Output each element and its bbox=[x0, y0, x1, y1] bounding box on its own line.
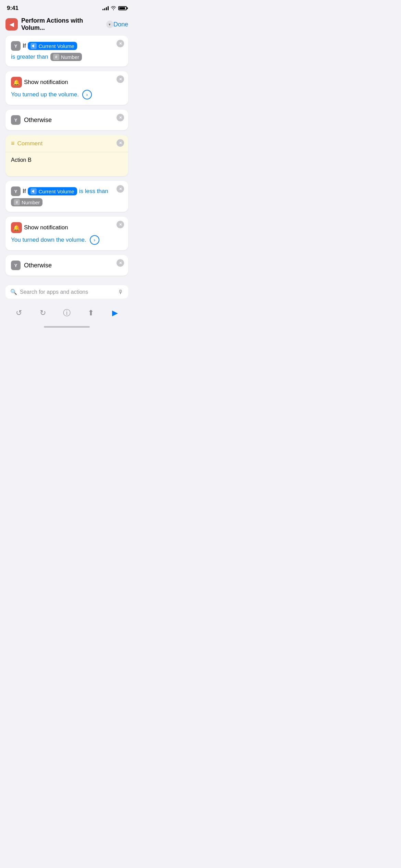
current-volume-label-1: Current Volume bbox=[38, 43, 74, 49]
close-button-notif-2[interactable]: ✕ bbox=[117, 221, 124, 228]
battery-icon bbox=[118, 6, 127, 10]
if-card-2-content: Y If Current Volume is less than # Numbe… bbox=[11, 186, 123, 206]
hash-icon-2: # bbox=[14, 199, 20, 205]
comment-label: Comment bbox=[17, 140, 43, 147]
number-token-2[interactable]: # Number bbox=[11, 198, 42, 206]
number-label-1: Number bbox=[61, 54, 79, 60]
undo-button[interactable]: ↺ bbox=[11, 305, 26, 321]
undo-icon: ↺ bbox=[16, 309, 22, 317]
otherwise-label-2: Otherwise bbox=[24, 262, 52, 269]
notification-value-1[interactable]: You turned up the volume. bbox=[11, 91, 79, 98]
page-title: Perform Actions with Volum... bbox=[21, 17, 104, 32]
close-button-otherwise-2[interactable]: ✕ bbox=[117, 259, 124, 267]
play-icon: ▶ bbox=[112, 309, 118, 317]
notification-content-2: 🔔 Show notification You turned down the … bbox=[11, 222, 123, 245]
hash-icon-1: # bbox=[53, 54, 59, 60]
chevron-down-icon: ▾ bbox=[109, 22, 111, 27]
close-button-2[interactable]: ✕ bbox=[117, 185, 124, 193]
close-button-otherwise-1[interactable]: ✕ bbox=[117, 114, 124, 121]
otherwise-icon-1: Y bbox=[11, 115, 21, 125]
comment-lines-icon: ≡ bbox=[11, 140, 15, 147]
condition-text-1[interactable]: is greater than bbox=[11, 53, 48, 60]
otherwise-card-1: Y Otherwise ✕ bbox=[5, 110, 128, 130]
back-button[interactable]: ◀ bbox=[5, 18, 18, 31]
search-bar[interactable]: 🔍 Search for apps and actions 🎙 bbox=[5, 285, 128, 299]
search-bar-container: 🔍 Search for apps and actions 🎙 bbox=[0, 282, 134, 301]
condition-text-2[interactable]: is less than bbox=[79, 188, 108, 195]
current-volume-label-2: Current Volume bbox=[38, 189, 74, 194]
otherwise-card-2: Y Otherwise ✕ bbox=[5, 255, 128, 276]
if-label-1: If bbox=[23, 43, 26, 49]
notification-arrow-2[interactable]: › bbox=[90, 235, 99, 245]
otherwise-icon-2: Y bbox=[11, 261, 21, 270]
current-volume-token-2[interactable]: Current Volume bbox=[28, 187, 77, 195]
home-bar bbox=[44, 326, 90, 328]
home-indicator bbox=[0, 323, 134, 329]
notification-label-1: Show notification bbox=[24, 79, 68, 86]
notification-arrow-1[interactable]: › bbox=[82, 90, 92, 99]
notification-icon-1: 🔔 bbox=[11, 77, 22, 88]
done-button[interactable]: Done bbox=[113, 21, 128, 28]
notification-card-2: 🔔 Show notification You turned down the … bbox=[5, 217, 128, 250]
status-icons bbox=[102, 6, 127, 10]
volume-token-icon-2 bbox=[31, 188, 37, 194]
notification-value-2[interactable]: You turned down the volume. bbox=[11, 237, 86, 243]
comment-body[interactable]: Action B bbox=[5, 152, 128, 176]
status-time: 9:41 bbox=[7, 5, 19, 12]
otherwise-content-1: Y Otherwise bbox=[11, 115, 123, 125]
notification-content-1: 🔔 Show notification You turned up the vo… bbox=[11, 77, 123, 99]
nav-title-area: Perform Actions with Volum... ▾ bbox=[21, 17, 113, 32]
microphone-icon[interactable]: 🎙 bbox=[118, 289, 123, 295]
if-label-2: If bbox=[23, 188, 26, 195]
wifi-icon bbox=[111, 6, 116, 10]
notification-label-2: Show notification bbox=[24, 224, 68, 231]
number-label-2: Number bbox=[22, 200, 40, 205]
signal-bars-icon bbox=[102, 6, 109, 10]
title-chevron-button[interactable]: ▾ bbox=[106, 21, 113, 28]
redo-icon: ↻ bbox=[40, 309, 46, 317]
if-card-2: Y If Current Volume is less than # Numbe… bbox=[5, 181, 128, 212]
volume-token-icon-1 bbox=[31, 43, 37, 49]
notification-icon-2: 🔔 bbox=[11, 222, 22, 233]
svg-rect-0 bbox=[32, 45, 33, 47]
info-button[interactable]: ⓘ bbox=[59, 305, 74, 321]
search-input[interactable]: Search for apps and actions bbox=[20, 289, 115, 295]
if-icon-1: Y bbox=[11, 41, 21, 51]
close-button-1[interactable]: ✕ bbox=[117, 40, 124, 47]
otherwise-label-1: Otherwise bbox=[24, 117, 52, 124]
scroll-area: Y If Current Volume is greater than # Nu… bbox=[0, 36, 134, 282]
share-button[interactable]: ⬆ bbox=[83, 305, 98, 321]
search-icon: 🔍 bbox=[10, 289, 17, 295]
redo-button[interactable]: ↻ bbox=[35, 305, 50, 321]
if-card-1: Y If Current Volume is greater than # Nu… bbox=[5, 36, 128, 67]
comment-card: ≡ Comment Action B ✕ bbox=[5, 135, 128, 176]
status-bar: 9:41 bbox=[0, 0, 134, 14]
svg-rect-1 bbox=[32, 191, 33, 192]
otherwise-content-2: Y Otherwise bbox=[11, 261, 123, 270]
share-icon: ⬆ bbox=[88, 309, 94, 317]
bottom-toolbar: ↺ ↻ ⓘ ⬆ ▶ bbox=[0, 301, 134, 323]
comment-header: ≡ Comment bbox=[5, 135, 128, 152]
info-icon: ⓘ bbox=[63, 308, 71, 318]
nav-bar: ◀ Perform Actions with Volum... ▾ Done bbox=[0, 14, 134, 36]
if-icon-2: Y bbox=[11, 186, 21, 196]
close-button-comment[interactable]: ✕ bbox=[117, 139, 124, 147]
number-token-1[interactable]: # Number bbox=[50, 53, 82, 61]
close-button-notif-1[interactable]: ✕ bbox=[117, 75, 124, 83]
back-arrow-icon: ◀ bbox=[10, 21, 14, 28]
if-card-1-content: Y If Current Volume is greater than # Nu… bbox=[11, 41, 123, 61]
notification-card-1: 🔔 Show notification You turned up the vo… bbox=[5, 71, 128, 105]
play-button[interactable]: ▶ bbox=[107, 305, 122, 321]
current-volume-token-1[interactable]: Current Volume bbox=[28, 42, 77, 50]
